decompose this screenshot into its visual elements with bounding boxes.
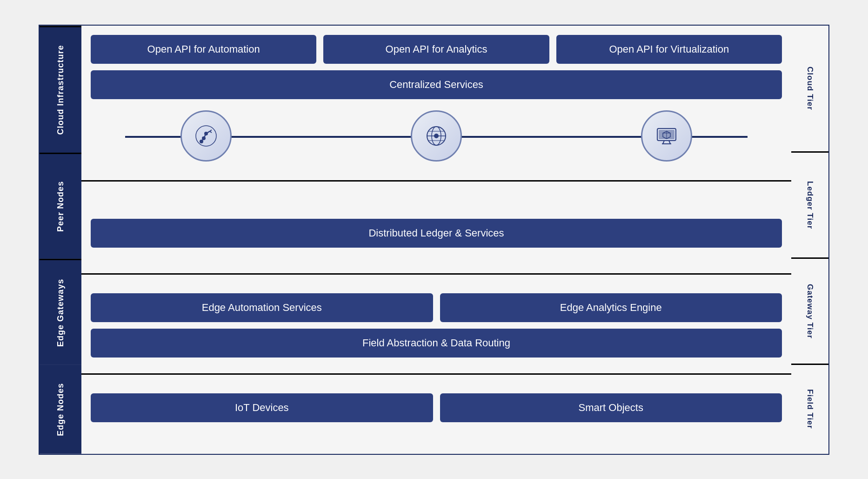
architecture-diagram: Cloud Infrastructure Peer Nodes Edge Gat… (39, 25, 829, 455)
left-label-edge-nodes: Edge Nodes (40, 365, 81, 454)
distributed-ledger-button: Distributed Ledger & Services (91, 219, 782, 248)
right-labels: Cloud Tier Ledger Tier Gateway Tier Fiel… (791, 26, 828, 454)
left-label-cloud-infrastructure: Cloud Infrastructure (40, 26, 81, 153)
right-label-field-tier: Field Tier (791, 365, 828, 454)
cloud-row1: Open API for Automation Open API for Ana… (91, 35, 782, 64)
svg-point-5 (202, 137, 205, 140)
gateway-tier-content: Edge Automation Services Edge Analytics … (81, 275, 791, 375)
field-abstraction-button: Field Abstraction & Data Routing (91, 329, 782, 358)
globe-network-icon (411, 110, 462, 162)
left-label-peer-nodes: Peer Nodes (40, 153, 81, 259)
ledger-tier-content: Distributed Ledger & Services (81, 182, 791, 275)
field-row1: IoT Devices Smart Objects (91, 393, 782, 422)
open-api-virtualization-button: Open API for Virtualization (556, 35, 782, 64)
open-api-analytics-button: Open API for Analytics (323, 35, 549, 64)
right-label-cloud-tier: Cloud Tier (791, 26, 828, 153)
svg-point-14 (434, 134, 438, 138)
svg-line-17 (663, 141, 664, 144)
svg-line-18 (669, 141, 670, 144)
right-label-gateway-tier: Gateway Tier (791, 259, 828, 365)
main-content: Open API for Automation Open API for Ana… (81, 26, 791, 454)
svg-point-4 (200, 140, 203, 143)
right-label-ledger-tier: Ledger Tier (791, 153, 828, 259)
robot-arm-svg (192, 122, 220, 150)
ledger-row1: Distributed Ledger & Services (91, 219, 782, 248)
cloud-row2: Centralized Services (91, 70, 782, 99)
left-label-edge-gateways: Edge Gateways (40, 259, 81, 365)
svg-point-0 (196, 126, 216, 146)
iot-devices-button: IoT Devices (91, 393, 433, 422)
cloud-tier-content: Open API for Automation Open API for Ana… (81, 26, 791, 182)
field-tier-content: IoT Devices Smart Objects (81, 375, 791, 454)
cloud-icons-row (91, 110, 782, 162)
open-api-automation-button: Open API for Automation (91, 35, 316, 64)
svg-point-6 (205, 132, 207, 135)
left-labels: Cloud Infrastructure Peer Nodes Edge Gat… (40, 26, 81, 454)
edge-analytics-button: Edge Analytics Engine (440, 293, 782, 322)
monitor-icon (641, 110, 692, 162)
gateway-row2: Field Abstraction & Data Routing (91, 329, 782, 358)
globe-svg (422, 122, 450, 150)
gateway-row1: Edge Automation Services Edge Analytics … (91, 293, 782, 322)
smart-objects-button: Smart Objects (440, 393, 782, 422)
edge-automation-button: Edge Automation Services (91, 293, 433, 322)
robot-arm-icon (180, 110, 232, 162)
centralized-services-button: Centralized Services (91, 70, 782, 99)
monitor-svg (653, 122, 681, 150)
